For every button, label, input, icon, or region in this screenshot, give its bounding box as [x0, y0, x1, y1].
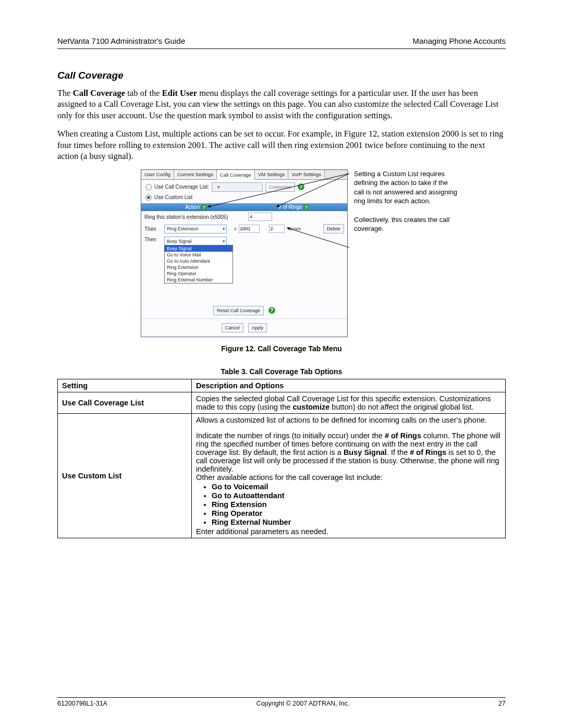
radio-custom-list[interactable] [145, 194, 152, 201]
dropdown-option[interactable]: Ring External Number [165, 277, 232, 283]
annotation-1: Setting a Custom List requires defining … [354, 169, 458, 206]
help-icon[interactable]: ? [268, 307, 275, 314]
annotation-column: Setting a Custom List requires defining … [354, 169, 458, 338]
dropdown-option[interactable]: Busy Signal [165, 245, 232, 252]
then-label: Then [144, 237, 162, 242]
cell-desc-1: Copies the selected global Call Coverage… [192, 392, 506, 414]
tab-voip-settings[interactable]: VoIP Settings [288, 170, 325, 179]
figure-caption: Figure 12. Call Coverage Tab Menu [57, 344, 506, 353]
ext-prefix: x [234, 226, 237, 231]
reset-row: Reset Call Coverage ? [141, 285, 347, 318]
row-then-2: Then Busy Signal ▾ Busy Signal Go to Voi… [141, 235, 347, 285]
call-coverage-panel: User Config Current Settings Call Covera… [141, 169, 348, 338]
header-rings: # of Rings [278, 204, 302, 210]
delete-button[interactable]: Delete [323, 224, 344, 233]
action-dropdown[interactable]: Busy Signal Go to Voice Mail Go to Auto … [164, 245, 233, 283]
help-icon[interactable]: ? [298, 183, 304, 190]
th-desc: Description and Options [192, 379, 506, 392]
row-then-1: Then Ring Extension ▾ x times Delete [141, 223, 347, 235]
page-header: NetVanta 7100 Administrator's Guide Mana… [57, 36, 506, 49]
figure-12: User Config Current Settings Call Covera… [141, 169, 506, 338]
header-right: Managing Phone Accounts [413, 36, 506, 45]
apply-button[interactable]: Apply [248, 323, 267, 332]
columns-header: Action ? # of Rings ? [141, 203, 347, 212]
dropdown-option[interactable]: Ring Extension [165, 264, 232, 270]
actions-list: Go to Voicemail Go to Autoattendant Ring… [212, 483, 501, 526]
footer-right: 27 [498, 700, 506, 707]
th-setting: Setting [58, 379, 192, 392]
row0-label: Ring this station's extension (x5005) [144, 214, 246, 220]
footer-center: Copyright © 2007 ADTRAN, Inc. [256, 700, 350, 707]
dropdown-option[interactable]: Go to Voice Mail [165, 252, 232, 258]
action-select-1[interactable]: Ring Extension ▾ [164, 225, 227, 233]
reset-button[interactable]: Reset Call Coverage [213, 306, 264, 315]
tab-vm-settings[interactable]: VM Settings [255, 170, 288, 179]
then-label: Then [144, 226, 162, 232]
chevron-down-icon: ▾ [223, 239, 225, 244]
annotation-2: Collectively, this creates the call cove… [354, 215, 458, 233]
help-icon[interactable]: ? [201, 204, 207, 210]
cell-desc-2: Allows a customized list of actions to b… [192, 414, 506, 538]
tabs-bar: User Config Current Settings Call Covera… [141, 170, 347, 180]
help-icon[interactable]: ? [303, 204, 309, 210]
tab-current-settings[interactable]: Current Settings [174, 170, 217, 179]
times-label: times [290, 226, 301, 231]
dialog-footer: Cancel Apply [141, 318, 347, 337]
table-caption: Table 3. Call Coverage Tab Options [57, 367, 506, 376]
list-item: Go to Autoattendant [212, 491, 501, 500]
row1-rings-input[interactable] [269, 225, 285, 233]
list-item: Ring Extension [212, 500, 501, 509]
list-item: Go to Voicemail [212, 483, 501, 491]
cell-setting-1: Use Call Coverage List [58, 392, 192, 414]
option-custom-list: Use Custom List [141, 194, 347, 203]
customize-button[interactable]: Customize [265, 182, 295, 192]
dropdown-option[interactable]: Ring Operator [165, 270, 232, 277]
footer-left: 61200796L1-31A [57, 700, 107, 707]
chevron-down-icon: ▾ [223, 226, 225, 231]
options-table: Setting Description and Options Use Call… [57, 379, 506, 538]
section-title: Call Coverage [57, 70, 506, 81]
row-station-ext: Ring this station's extension (x5005) [141, 211, 347, 223]
chevron-down-icon: ▾ [217, 184, 220, 190]
cell-setting-2: Use Custom List [58, 414, 192, 538]
list-item: Ring Operator [212, 509, 501, 517]
tab-user-config[interactable]: User Config [141, 170, 174, 179]
header-action: Action [185, 204, 200, 210]
dropdown-option[interactable]: Go to Auto Attendant [165, 258, 232, 264]
page-footer: 61200796L1-31A Copyright © 2007 ADTRAN, … [57, 697, 506, 707]
label-use-list: Use Call Coverage List: [154, 184, 209, 190]
row0-rings-input[interactable] [248, 213, 272, 221]
radio-use-list[interactable] [145, 184, 152, 190]
tab-call-coverage[interactable]: Call Coverage [217, 170, 255, 180]
ext-input[interactable] [239, 225, 260, 233]
action-select-2[interactable]: Busy Signal ▾ Busy Signal Go to Voice Ma… [164, 237, 227, 245]
header-left: NetVanta 7100 Administrator's Guide [57, 36, 185, 45]
page: NetVanta 7100 Administrator's Guide Mana… [0, 0, 563, 728]
list-item: Ring External Number [212, 518, 501, 526]
option-use-list: Use Call Coverage List: ▾ Customize ? [141, 180, 347, 194]
paragraph-1: The Call Coverage tab of the Edit User m… [57, 88, 506, 121]
paragraph-2: When creating a Custom List, multiple ac… [57, 128, 506, 162]
coverage-list-select[interactable]: ▾ [212, 182, 263, 192]
cancel-button[interactable]: Cancel [222, 323, 243, 332]
label-custom-list: Use Custom List [154, 194, 192, 200]
